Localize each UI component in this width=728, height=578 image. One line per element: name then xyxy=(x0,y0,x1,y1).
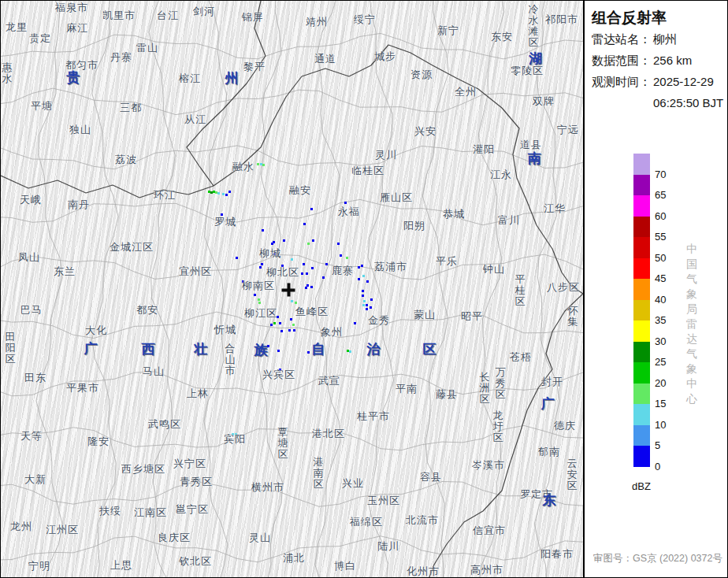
radar-echo xyxy=(340,254,342,257)
radar-echo xyxy=(344,202,347,204)
colorbar-block xyxy=(633,175,650,196)
info-panel: 组合反射率 雷达站名：柳州数据范围：256 km观测时间：2025-12-290… xyxy=(583,1,728,577)
map-label: 云安区 xyxy=(567,458,578,491)
province-label: 南 xyxy=(528,150,541,168)
map-label: 融水 xyxy=(232,160,254,174)
map-label: 东安 xyxy=(491,30,513,44)
map-label: 灵川 xyxy=(375,148,397,162)
agency-vertical-watermark: 中国气象局雷达气象中心 xyxy=(684,242,700,406)
province-label: 族 xyxy=(254,341,268,359)
map-label: 新宁 xyxy=(437,24,459,38)
radar-echo xyxy=(301,272,303,275)
radar-echo xyxy=(358,278,360,280)
radar-echo xyxy=(307,351,310,354)
map-label: 港南区 xyxy=(314,457,324,490)
map-label: 永福 xyxy=(338,205,360,219)
field-label: 雷达站名： xyxy=(592,32,653,47)
map-label: 剑河 xyxy=(193,5,215,19)
map-label: 冷水滩区 xyxy=(529,4,539,48)
map-label: 岑溪市 xyxy=(472,458,505,472)
colorbar-block xyxy=(633,237,650,258)
agency-watermark-char: 雷 xyxy=(684,317,700,332)
map-label: 资源 xyxy=(410,68,433,82)
map-label: 雁山区 xyxy=(380,191,413,205)
map-label: 宜州区 xyxy=(179,265,212,279)
info-field-row: 雷达站名：柳州 xyxy=(592,32,723,54)
province-label: 广 xyxy=(541,395,555,413)
province-label: 自 xyxy=(312,340,325,358)
province-label: 壮 xyxy=(195,340,208,358)
colorbar-block xyxy=(633,258,650,280)
colorbar-block xyxy=(633,300,650,321)
radar-echo xyxy=(349,350,351,353)
radar-echo xyxy=(291,300,293,302)
colorbar-block xyxy=(633,154,650,175)
boundary-line xyxy=(204,1,228,577)
map-label: 郁南 xyxy=(538,445,560,459)
map-label: 宁远 xyxy=(557,123,579,137)
map-label: 福绵区 xyxy=(350,515,383,529)
map-label: 藤县 xyxy=(436,387,458,402)
map-label: 钦北区 xyxy=(179,554,212,569)
radar-echo xyxy=(310,286,313,288)
colorbar-block xyxy=(633,404,650,425)
radar-echo xyxy=(273,322,276,324)
radar-echo xyxy=(366,280,369,283)
province-label: 贵 xyxy=(67,69,80,87)
map-label: 江永 xyxy=(490,168,512,182)
agency-watermark-char: 心 xyxy=(684,391,700,406)
radar-echo xyxy=(258,298,260,301)
map-label: 田阳区 xyxy=(6,332,16,365)
province-label: 西 xyxy=(142,340,155,358)
info-field-row: 06:25:50 BJT xyxy=(592,96,723,117)
map-label: 忻城 xyxy=(214,323,236,337)
map-label: 三都 xyxy=(120,101,142,115)
province-label: 州 xyxy=(225,69,239,87)
radar-echo xyxy=(346,257,348,259)
radar-echo xyxy=(362,290,364,292)
map-label: 金城江区 xyxy=(110,240,154,254)
radar-echo xyxy=(225,194,228,196)
radar-echo xyxy=(366,308,368,310)
map-label: 祁阳市 xyxy=(545,13,578,27)
radar-echo xyxy=(258,302,261,304)
agency-watermark-char: 达 xyxy=(684,332,700,346)
radar-echo xyxy=(311,267,314,269)
map-label: 灌阳 xyxy=(473,143,495,157)
map-label: 隆安 xyxy=(87,435,110,449)
colorbar-tick-label: 40 xyxy=(655,294,682,306)
radar-echo xyxy=(366,304,368,306)
map-label: 德庆 xyxy=(554,419,576,433)
map-label: 平塘 xyxy=(31,99,53,113)
colorbar-tick-label: 20 xyxy=(655,377,682,389)
radar-echo xyxy=(362,295,364,297)
province-label: 广 xyxy=(84,339,98,358)
map-label: 天峨 xyxy=(20,193,42,207)
map-label: 通道 xyxy=(314,52,336,66)
radar-echo xyxy=(312,239,314,242)
radar-echo xyxy=(310,208,313,210)
map-label: 覃塘区 xyxy=(278,427,288,460)
info-field-row: 数据范围：256 km xyxy=(592,54,723,75)
colorbar-tick-label: 15 xyxy=(655,398,682,409)
map-approval-number: 审图号：GS京 (2022) 0372号 xyxy=(593,552,722,565)
radar-echo xyxy=(362,275,365,277)
radar-echo xyxy=(277,350,280,352)
field-label: 观测时间： xyxy=(592,75,653,90)
map-label: 金秀 xyxy=(368,313,390,328)
boundary-line xyxy=(368,1,394,577)
map-label: 荔浦市 xyxy=(374,260,407,274)
map-label: 凯里市 xyxy=(102,9,136,23)
map-label: 万秀区 xyxy=(496,367,506,400)
info-field-row: 观测时间：2025-12-29 xyxy=(592,75,723,96)
radar-echo xyxy=(262,229,264,232)
radar-echo xyxy=(305,287,307,289)
radar-map-canvas: 福泉市凯里市台江剑河锦屏龙里麻江贵定雷山丹寨惠水都匀市榕江平塘三都独山荔波从江环… xyxy=(1,1,583,577)
radar-echo xyxy=(288,329,291,332)
map-label: 榕江 xyxy=(179,72,201,86)
map-label: 兴安 xyxy=(414,124,436,139)
dbz-colorbar: 7065605550454035302520151050 xyxy=(633,154,650,467)
map-label: 融安 xyxy=(289,183,311,198)
map-label: 横州市 xyxy=(251,480,284,495)
colorbar-tick-label: 70 xyxy=(655,169,682,180)
